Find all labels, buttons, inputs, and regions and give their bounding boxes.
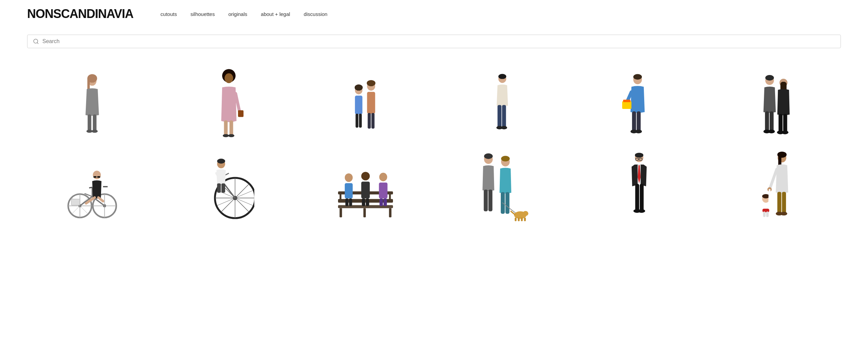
svg-rect-19 xyxy=(355,96,362,114)
svg-rect-13 xyxy=(224,120,228,136)
site-logo[interactable]: NONSCANDINAVIA xyxy=(27,7,133,21)
svg-rect-110 xyxy=(383,199,387,206)
svg-rect-94 xyxy=(389,208,392,218)
svg-point-135 xyxy=(638,209,645,213)
svg-point-8 xyxy=(92,130,98,133)
svg-rect-108 xyxy=(379,183,388,199)
svg-rect-151 xyxy=(766,211,769,217)
svg-rect-98 xyxy=(389,191,391,201)
gallery-item-11[interactable] xyxy=(574,147,704,221)
svg-point-15 xyxy=(223,134,229,137)
svg-rect-97 xyxy=(340,191,341,201)
nav-about-legal[interactable]: about + legal xyxy=(261,11,290,17)
nav-cutouts[interactable]: cutouts xyxy=(160,11,177,17)
svg-point-131 xyxy=(635,153,644,157)
svg-rect-4 xyxy=(87,78,90,90)
svg-rect-51 xyxy=(783,114,787,133)
svg-rect-21 xyxy=(359,114,362,128)
nav-silhouettes[interactable]: silhouettes xyxy=(191,11,215,17)
svg-point-28 xyxy=(498,74,506,79)
gallery-item-1[interactable] xyxy=(27,65,157,140)
svg-rect-29 xyxy=(497,105,501,128)
svg-rect-38 xyxy=(632,111,636,131)
gallery-item-2[interactable] xyxy=(164,65,294,140)
svg-rect-26 xyxy=(372,113,375,129)
svg-point-71 xyxy=(93,171,101,179)
svg-rect-37 xyxy=(623,100,631,102)
gallery-item-3[interactable] xyxy=(301,65,431,140)
gallery-item-4[interactable] xyxy=(437,65,567,140)
svg-rect-125 xyxy=(524,218,526,221)
svg-rect-124 xyxy=(521,218,522,221)
search-bar xyxy=(27,35,841,48)
svg-rect-24 xyxy=(367,92,375,114)
svg-rect-70 xyxy=(71,199,80,205)
svg-rect-114 xyxy=(489,190,493,211)
svg-rect-122 xyxy=(515,218,516,221)
svg-rect-50 xyxy=(779,114,783,133)
svg-point-103 xyxy=(361,172,370,180)
svg-rect-73 xyxy=(97,176,100,178)
svg-line-1 xyxy=(37,42,38,43)
gallery-item-9[interactable] xyxy=(301,147,431,221)
gallery-item-10[interactable] xyxy=(437,147,567,221)
svg-rect-25 xyxy=(368,113,371,129)
svg-point-18 xyxy=(355,84,363,91)
gallery-item-5[interactable] xyxy=(574,65,704,140)
gallery-item-8[interactable] xyxy=(164,147,294,221)
svg-rect-30 xyxy=(502,105,506,128)
svg-point-7 xyxy=(86,130,93,133)
svg-point-10 xyxy=(224,73,233,83)
svg-rect-106 xyxy=(366,199,369,206)
svg-rect-118 xyxy=(506,192,510,214)
search-input[interactable] xyxy=(42,38,835,44)
svg-rect-123 xyxy=(518,218,519,221)
gallery-item-7[interactable] xyxy=(27,147,157,221)
main-nav: cutouts silhouettes originals about + le… xyxy=(160,11,327,17)
svg-point-144 xyxy=(781,212,787,215)
svg-rect-5 xyxy=(87,114,91,131)
svg-rect-105 xyxy=(362,199,366,206)
svg-rect-89 xyxy=(221,184,225,193)
svg-rect-95 xyxy=(363,208,366,218)
svg-point-41 xyxy=(635,130,642,133)
nav-originals[interactable]: originals xyxy=(228,11,247,17)
svg-rect-101 xyxy=(346,199,349,206)
svg-line-75 xyxy=(98,197,103,201)
svg-rect-142 xyxy=(782,192,786,214)
svg-point-43 xyxy=(765,75,774,80)
svg-line-69 xyxy=(89,187,92,188)
svg-point-34 xyxy=(633,74,642,79)
svg-rect-36 xyxy=(622,101,631,109)
gallery xyxy=(0,55,868,231)
svg-rect-102 xyxy=(349,199,352,206)
svg-point-53 xyxy=(782,131,789,134)
svg-point-116 xyxy=(501,156,510,161)
svg-line-11 xyxy=(236,94,240,112)
svg-rect-14 xyxy=(230,120,233,136)
svg-rect-104 xyxy=(361,182,370,199)
svg-point-16 xyxy=(228,134,234,137)
svg-rect-109 xyxy=(380,199,383,206)
svg-rect-72 xyxy=(93,176,96,178)
svg-point-99 xyxy=(345,173,353,182)
gallery-item-6[interactable] xyxy=(711,65,841,140)
svg-rect-113 xyxy=(484,190,488,211)
svg-rect-93 xyxy=(340,208,342,218)
svg-rect-45 xyxy=(770,111,774,131)
svg-point-87 xyxy=(217,159,225,164)
svg-line-139 xyxy=(770,169,777,189)
svg-point-112 xyxy=(484,153,493,159)
svg-point-121 xyxy=(523,211,528,216)
svg-rect-6 xyxy=(93,114,96,131)
gallery-item-12[interactable] xyxy=(711,147,841,221)
svg-rect-39 xyxy=(637,111,641,131)
svg-rect-150 xyxy=(763,211,766,217)
nav-discussion[interactable]: discussion xyxy=(304,11,328,17)
svg-rect-141 xyxy=(777,192,782,214)
svg-rect-100 xyxy=(345,183,353,199)
svg-rect-132 xyxy=(635,184,639,211)
svg-point-146 xyxy=(762,194,770,199)
svg-point-107 xyxy=(379,173,387,181)
svg-rect-88 xyxy=(217,184,221,193)
